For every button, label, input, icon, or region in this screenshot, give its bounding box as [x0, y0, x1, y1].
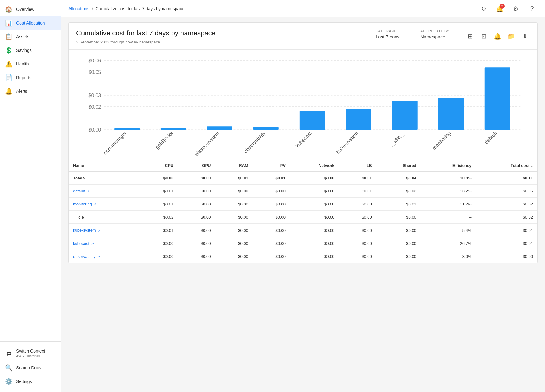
sidebar-item-cost-allocation[interactable]: 📊 Cost Allocation: [0, 16, 61, 30]
row-5-cell-0[interactable]: observability ↗: [69, 250, 140, 263]
row-2-cell-4: $0.00: [253, 211, 290, 224]
row-4-cell-3: $0.00: [215, 237, 253, 250]
row-5-cell-2: $0.00: [178, 250, 215, 263]
refresh-button[interactable]: ↻: [478, 3, 489, 14]
row-name-link[interactable]: monitoring ↗: [73, 202, 96, 206]
settings-button[interactable]: ⚙: [510, 3, 521, 14]
sidebar-item-label-cost-allocation: Cost Allocation: [16, 20, 45, 25]
sort-icon: ↓: [531, 163, 533, 168]
sidebar-item-health[interactable]: ⚠️ Health: [0, 57, 61, 71]
table-row: kubecost ↗$0.00$0.00$0.00$0.00$0.00$0.00…: [69, 237, 537, 250]
sidebar-nav: 🏠 Overview📊 Cost Allocation📋 Assets💲 Sav…: [0, 0, 61, 341]
overview-icon: 🏠: [5, 6, 12, 13]
sidebar-bottom-switch-context[interactable]: ⇄ Switch Context AWS Cluster #1: [0, 345, 61, 361]
totals-cell-4: $0.01: [253, 171, 290, 185]
row-1-cell-2: $0.00: [178, 198, 215, 211]
notifications-button[interactable]: 🔔 2: [494, 3, 505, 14]
chart-svg: $0.00$0.02$0.03$0.05$0.06cert-managergol…: [76, 56, 530, 158]
filter-button[interactable]: ⊞: [465, 31, 475, 41]
assets-icon: 📋: [5, 33, 12, 40]
row-5-cell-1: $0.00: [140, 250, 178, 263]
chart-bar: [300, 111, 325, 130]
row-0-cell-6: $0.01: [339, 185, 376, 198]
row-0-cell-3: $0.00: [215, 185, 253, 198]
svg-text:$0.00: $0.00: [88, 127, 101, 133]
row-name-link[interactable]: default ↗: [73, 189, 90, 193]
sidebar-item-reports[interactable]: 📄 Reports: [0, 71, 61, 84]
row-1-cell-3: $0.00: [215, 198, 253, 211]
row-5-cell-5: $0.00: [290, 250, 339, 263]
topbar: Allocations / Cumulative cost for last 7…: [61, 0, 545, 17]
row-0-cell-1: $0.01: [140, 185, 178, 198]
chart-bar: [346, 109, 371, 130]
external-link-icon: ↗: [87, 189, 90, 193]
settings-icon: ⚙️: [5, 378, 12, 385]
row-name-link[interactable]: kubecost ↗: [73, 241, 94, 246]
date-range-value[interactable]: Last 7 days: [376, 34, 413, 41]
breadcrumb-allocations-link[interactable]: Allocations: [68, 6, 89, 11]
data-table: NameCPUGPURAMPVNetworkLBSharedEfficiency…: [69, 160, 537, 263]
bookmark-button[interactable]: ⊡: [479, 31, 489, 41]
chart-bar-label: monitoring: [431, 130, 452, 151]
sidebar-item-savings[interactable]: 💲 Savings: [0, 43, 61, 57]
svg-text:$0.02: $0.02: [88, 104, 101, 109]
sidebar-item-alerts[interactable]: 🔔 Alerts: [0, 84, 61, 98]
row-3-cell-0[interactable]: kube-system ↗: [69, 224, 140, 237]
totals-cell-0: Totals: [69, 171, 140, 185]
chart-bar: [207, 126, 232, 130]
sidebar-item-overview[interactable]: 🏠 Overview: [0, 2, 61, 16]
topbar-actions: ↻ 🔔 2 ⚙ ?: [478, 3, 538, 14]
table-row: kube-system ↗$0.01$0.00$0.00$0.00$0.00$0…: [69, 224, 537, 237]
row-5-cell-3: $0.00: [215, 250, 253, 263]
table-row: monitoring ↗$0.01$0.00$0.00$0.00$0.00$0.…: [69, 198, 537, 211]
health-icon: ⚠️: [5, 60, 12, 68]
alert-bell-button[interactable]: 🔔: [492, 31, 502, 41]
download-button[interactable]: ⬇: [520, 31, 530, 41]
reports-icon: 📄: [5, 74, 12, 81]
sidebar-item-label-health: Health: [16, 61, 29, 66]
totals-cell-6: $0.01: [339, 171, 376, 185]
row-name-link[interactable]: observability ↗: [73, 254, 100, 259]
th-total-cost[interactable]: Total cost ↓: [476, 160, 537, 171]
row-2-cell-1: $0.02: [140, 211, 178, 224]
row-1-cell-9: $0.02: [476, 198, 537, 211]
row-3-cell-7: $0.00: [376, 224, 421, 237]
row-2-cell-2: $0.00: [178, 211, 215, 224]
sidebar-item-assets[interactable]: 📋 Assets: [0, 30, 61, 43]
row-1-cell-7: $0.01: [376, 198, 421, 211]
sidebar-item-label-reports: Reports: [16, 75, 31, 80]
chart-bar: [114, 128, 140, 129]
row-5-cell-4: $0.00: [253, 250, 290, 263]
table-body: Totals$0.05$0.00$0.01$0.01$0.00$0.01$0.0…: [69, 171, 537, 263]
sidebar-bottom-search-docs[interactable]: 🔍 Search Docs: [0, 361, 61, 375]
external-link-icon: ↗: [91, 242, 94, 246]
row-4-cell-0[interactable]: kubecost ↗: [69, 237, 140, 250]
folder-button[interactable]: 📁: [506, 31, 516, 41]
row-name-link[interactable]: kube-system ↗: [73, 228, 100, 232]
help-button[interactable]: ?: [526, 3, 538, 14]
row-2-cell-3: $0.00: [215, 211, 253, 224]
row-5-cell-9: $0.00: [476, 250, 537, 263]
row-1-cell-4: $0.00: [253, 198, 290, 211]
th-cpu: CPU: [140, 160, 178, 171]
row-1-cell-0[interactable]: monitoring ↗: [69, 198, 140, 211]
row-3-cell-1: $0.01: [140, 224, 178, 237]
sidebar-bottom: ⇄ Switch Context AWS Cluster #1 🔍 Search…: [0, 341, 61, 392]
row-3-cell-8: 5.4%: [421, 224, 476, 237]
sidebar-item-label-assets: Assets: [16, 34, 29, 39]
totals-cell-8: 10.8%: [421, 171, 476, 185]
row-3-cell-2: $0.00: [178, 224, 215, 237]
totals-cell-3: $0.01: [215, 171, 253, 185]
totals-cell-1: $0.05: [140, 171, 178, 185]
sidebar-bottom-label-search-docs: Search Docs: [16, 365, 41, 370]
row-3-cell-5: $0.00: [290, 224, 339, 237]
row-0-cell-0[interactable]: default ↗: [69, 185, 140, 198]
svg-text:$0.06: $0.06: [88, 57, 101, 63]
sidebar-bottom-settings[interactable]: ⚙️ Settings: [0, 375, 61, 388]
row-4-cell-4: $0.00: [253, 237, 290, 250]
totals-cell-9: $0.11: [476, 171, 537, 185]
aggregate-value[interactable]: Namespace: [420, 34, 458, 41]
th-pv: PV: [253, 160, 290, 171]
row-3-cell-4: $0.00: [253, 224, 290, 237]
row-0-cell-4: $0.00: [253, 185, 290, 198]
